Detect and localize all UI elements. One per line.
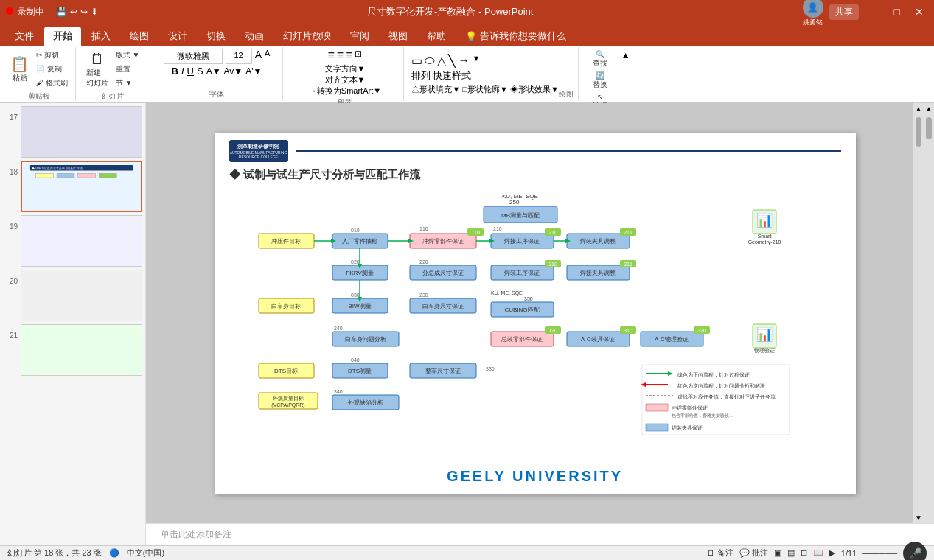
panel-scroll-up[interactable]: ▲ xyxy=(924,103,934,114)
tab-review[interactable]: 审阅 xyxy=(341,27,378,46)
ribbon-toolbar: 📋 粘贴 ✂ 剪切 📄 复制 🖌 格式刷 剪贴板 🗒 新建幻灯片 版式 ▼ 重置… xyxy=(0,46,934,103)
slide-img-18[interactable]: ◆ 试制与试生产尺寸分析与匹配工作流 xyxy=(21,161,142,212)
more-shapes[interactable]: ▼ xyxy=(472,54,480,68)
italic-btn[interactable]: I xyxy=(181,66,184,77)
shape-rect[interactable]: ▭ xyxy=(411,54,422,68)
replace-btn[interactable]: 🔄 替换 xyxy=(590,70,610,91)
font-color-btn[interactable]: A▼ xyxy=(206,66,221,77)
scroll-thumb[interactable] xyxy=(916,117,921,147)
slide-header: 浣革制造研修学院 AUTOMOBILE MANUFACTURING RESOUR… xyxy=(229,140,841,162)
outline-view-btn[interactable]: ▤ xyxy=(787,548,795,558)
font-size-up[interactable]: A xyxy=(255,49,262,64)
shape-fill-btn[interactable]: △形状填充▼ xyxy=(411,84,460,95)
new-slide-btn[interactable]: 🗒 新建幻灯片 xyxy=(83,49,111,90)
close-btn[interactable]: ✕ xyxy=(910,6,928,18)
notes-btn[interactable]: 🗒 备注 xyxy=(707,547,733,559)
tab-view[interactable]: 视图 xyxy=(380,27,417,46)
group-editing: 🔍 查找 🔄 替换 ↖ 选择 编辑 xyxy=(582,47,618,101)
align-center-btn[interactable]: ≡ xyxy=(337,49,344,62)
align-text-btn[interactable]: 对齐文本▼ xyxy=(325,74,366,85)
share-btn[interactable]: 共享 xyxy=(829,4,859,20)
slide-thumb-17[interactable]: 17 xyxy=(3,106,142,158)
section-btn[interactable]: 节 ▼ xyxy=(113,77,143,90)
convert-smartart-btn[interactable]: →转换为SmartArt▼ xyxy=(309,85,381,97)
slide-img-21[interactable] xyxy=(21,324,142,376)
save-btn[interactable]: 💾 xyxy=(56,7,67,17)
scroll-up-btn[interactable]: ▲ xyxy=(913,103,924,114)
svg-rect-100 xyxy=(646,404,668,411)
panel-scrollbar[interactable]: ▲ xyxy=(924,103,934,523)
maximize-btn[interactable]: □ xyxy=(890,6,905,18)
slideshow-btn[interactable]: ▶ xyxy=(829,548,835,558)
right-scrollbar[interactable]: ▲ ▼ xyxy=(913,103,924,523)
comments-btn[interactable]: 💬 批注 xyxy=(739,547,768,559)
tab-transitions[interactable]: 切换 xyxy=(198,27,234,46)
shape-effect-btn[interactable]: ◈形状效果▼ xyxy=(510,84,559,95)
shadow-btn[interactable]: A'▼ xyxy=(245,66,262,77)
reset-btn[interactable]: 重置 xyxy=(113,63,143,76)
tab-design[interactable]: 设计 xyxy=(159,27,196,46)
slide-sorter-btn[interactable]: ⊞ xyxy=(801,548,807,558)
quick-styles-btn[interactable]: 快速样式 xyxy=(433,69,471,83)
group-paragraph: ≡ ≡ ≡ ⊡ 文字方向▼ 对齐文本▼ →转换为SmartArt▼ 段落 xyxy=(286,47,404,101)
svg-text:◆ 试制与试生产尺寸分析与匹配工作流: ◆ 试制与试生产尺寸分析与匹配工作流 xyxy=(32,167,83,170)
slide-thumb-19[interactable]: 19 xyxy=(3,215,142,267)
column-btn[interactable]: ⊡ xyxy=(355,49,362,62)
minimize-btn[interactable]: — xyxy=(865,6,884,18)
highlight-btn[interactable]: Av▼ xyxy=(224,66,243,77)
cut-btn[interactable]: ✂ 剪切 xyxy=(33,49,71,62)
shape-line[interactable]: ╲ xyxy=(448,54,456,68)
tab-draw[interactable]: 绘图 xyxy=(121,27,158,46)
tab-slideshow[interactable]: 幻灯片放映 xyxy=(274,27,340,46)
copy-btn[interactable]: 📄 复制 xyxy=(33,63,71,76)
shape-triangle[interactable]: △ xyxy=(437,54,446,68)
scroll-down-btn[interactable]: ▼ xyxy=(913,512,924,523)
slide-img-17[interactable] xyxy=(21,106,142,158)
normal-view-btn[interactable]: ▣ xyxy=(774,548,781,558)
tab-insert[interactable]: 插入 xyxy=(83,27,119,46)
tab-search[interactable]: 💡 告诉我你想要做什么 xyxy=(456,27,575,46)
shape-round[interactable]: ⬭ xyxy=(425,54,435,68)
text-direction-btn[interactable]: 文字方向▼ xyxy=(325,63,366,74)
bold-btn[interactable]: B xyxy=(172,66,178,77)
font-size-down[interactable]: A xyxy=(265,49,270,64)
slide-img-20[interactable] xyxy=(21,270,142,321)
slide-thumb-18[interactable]: 18 ◆ 试制与试生产尺寸分析与匹配工作流 xyxy=(3,161,142,212)
slide-thumb-20[interactable]: 20 xyxy=(3,270,142,321)
slide-thumb-21[interactable]: 21 xyxy=(3,324,142,376)
align-left-btn[interactable]: ≡ xyxy=(327,49,334,62)
align-right-btn[interactable]: ≡ xyxy=(346,49,352,62)
shape-outline-btn[interactable]: □形状轮廓▼ xyxy=(462,84,508,95)
tab-help[interactable]: 帮助 xyxy=(418,27,455,46)
svg-text:冲焊零部件保证: 冲焊零部件保证 xyxy=(422,238,464,245)
qa-btn[interactable]: ⬇ xyxy=(91,7,98,17)
slide-canvas-wrap[interactable]: 浣革制造研修学院 AUTOMOBILE MANUFACTURING RESOUR… xyxy=(146,103,924,523)
find-btn[interactable]: 🔍 查找 xyxy=(590,49,610,70)
format-painter-btn[interactable]: 🖌 格式刷 xyxy=(33,77,71,90)
zoom-slider[interactable]: ────── xyxy=(862,549,897,558)
redo-btn[interactable]: ↪ xyxy=(80,7,88,17)
shape-arrow[interactable]: → xyxy=(458,54,470,68)
tab-animations[interactable]: 动画 xyxy=(236,27,273,46)
slide-img-19[interactable] xyxy=(21,215,142,267)
layout-btn[interactable]: 版式 ▼ xyxy=(113,49,143,62)
ribbon-collapse-btn[interactable]: ▲ xyxy=(621,47,630,101)
paste-btn[interactable]: 📋 粘贴 xyxy=(7,54,32,85)
tab-home[interactable]: 开始 xyxy=(44,27,81,46)
font-size-box[interactable]: 12 xyxy=(226,49,252,64)
group-font: 微软雅黑 12 A A B I U S A▼ Av▼ A'▼ 字体 xyxy=(150,47,283,101)
reading-view-btn[interactable]: 📖 xyxy=(813,548,823,558)
undo-btn[interactable]: ↩ xyxy=(70,7,77,17)
quick-access: 💾 ↩ ↪ ⬇ xyxy=(56,7,98,17)
recording-dot xyxy=(6,7,13,17)
arrange-btn[interactable]: 排列 xyxy=(411,69,431,83)
mic-btn[interactable]: 🎤 xyxy=(903,542,927,561)
svg-text:KU, ME, SQE: KU, ME, SQE xyxy=(491,290,523,296)
tab-file[interactable]: 文件 xyxy=(6,27,43,46)
strikethrough-btn[interactable]: S xyxy=(197,66,203,77)
svg-text:040: 040 xyxy=(351,357,360,363)
underline-btn[interactable]: U xyxy=(187,66,194,77)
font-name-box[interactable]: 微软雅黑 xyxy=(164,49,223,64)
panel-scroll-thumb[interactable] xyxy=(926,117,932,139)
clipboard-label: 剪贴板 xyxy=(28,90,50,102)
